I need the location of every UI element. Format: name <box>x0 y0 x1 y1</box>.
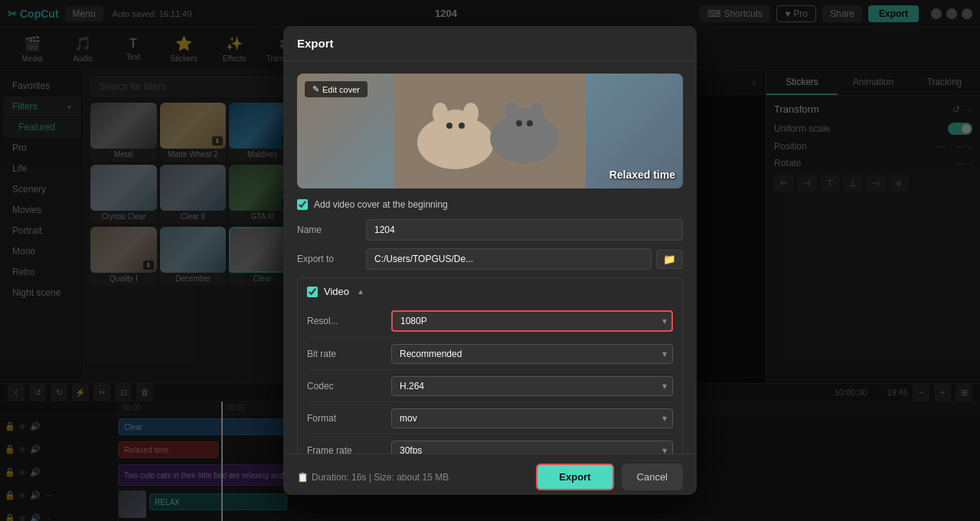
bitrate-label: Bit rate <box>307 349 391 359</box>
modal-body: ✎ Edit cover Relaxed time Add video cove… <box>283 61 697 454</box>
svg-point-9 <box>505 103 519 121</box>
export-path-input[interactable] <box>366 248 652 270</box>
framerate-select-wrapper: 30fps 24fps 60fps <box>391 441 673 454</box>
modal-title: Export <box>297 37 334 50</box>
bitrate-select-wrapper: Recommended Low High <box>391 344 673 364</box>
svg-point-11 <box>516 120 522 126</box>
svg-point-12 <box>527 120 533 126</box>
format-select-wrapper: mov mp4 <box>391 408 673 428</box>
add-cover-row: Add video cover at the beginning <box>297 199 683 210</box>
video-settings-grid: Resol... 1080P 720P 4K Bit rate <box>307 305 673 454</box>
format-label: Format <box>307 413 391 424</box>
name-row: Name <box>297 219 683 241</box>
edit-icon: ✎ <box>312 84 319 94</box>
format-select[interactable]: mov mp4 <box>391 408 673 428</box>
cats-preview-svg <box>394 74 586 188</box>
export-modal-button[interactable]: Export <box>536 464 613 490</box>
bitrate-row: Bit rate Recommended Low High <box>307 339 673 370</box>
name-input[interactable] <box>366 219 683 241</box>
preview-section: ✎ Edit cover Relaxed time <box>297 74 683 188</box>
export-modal: Export <box>283 26 697 495</box>
framerate-select[interactable]: 30fps 24fps 60fps <box>391 441 673 454</box>
footer-buttons: Export Cancel <box>536 464 683 490</box>
svg-point-10 <box>530 103 544 121</box>
browse-folder-button[interactable]: 📁 <box>656 250 683 269</box>
add-cover-label: Add video cover at the beginning <box>314 199 448 210</box>
name-label: Name <box>297 224 366 235</box>
video-section-arrow: ▲ <box>357 287 364 296</box>
export-to-label: Export to <box>297 254 366 264</box>
edit-cover-button[interactable]: ✎ Edit cover <box>305 81 368 97</box>
modal-overlay: Export <box>0 0 980 521</box>
video-section: Video ▲ Resol... 1080P 720P 4K <box>297 277 683 454</box>
framerate-label: Frame rate <box>307 445 391 454</box>
svg-point-3 <box>433 103 448 124</box>
codec-select[interactable]: H.264 H.265 <box>391 376 673 396</box>
framerate-row: Frame rate 30fps 24fps 60fps <box>307 435 673 454</box>
add-cover-checkbox[interactable] <box>297 199 308 210</box>
export-to-row: Export to 📁 <box>297 248 683 270</box>
resolution-label: Resol... <box>307 316 391 326</box>
video-section-header: Video ▲ <box>307 286 673 297</box>
preview-label: Relaxed time <box>609 169 675 181</box>
edit-cover-label: Edit cover <box>322 85 360 94</box>
codec-row: Codec H.264 H.265 <box>307 371 673 402</box>
modal-footer: 📋 Duration: 16s | Size: about 15 MB Expo… <box>283 454 697 495</box>
cancel-modal-button[interactable]: Cancel <box>622 464 683 490</box>
codec-select-wrapper: H.264 H.265 <box>391 376 673 396</box>
video-section-label: Video <box>324 286 349 297</box>
svg-point-5 <box>446 123 452 129</box>
resolution-select[interactable]: 1080P 720P 4K <box>391 310 673 332</box>
format-row: Format mov mp4 <box>307 403 673 434</box>
resolution-select-wrapper: 1080P 720P 4K <box>391 310 673 332</box>
duration-info: 📋 Duration: 16s | Size: about 15 MB <box>297 472 449 483</box>
resolution-row: Resol... 1080P 720P 4K <box>307 305 673 338</box>
video-enabled-checkbox[interactable] <box>307 287 318 297</box>
duration-icon: 📋 <box>297 472 309 483</box>
svg-point-6 <box>459 123 465 129</box>
duration-text: Duration: 16s | Size: about 15 MB <box>312 472 449 483</box>
bitrate-select[interactable]: Recommended Low High <box>391 344 673 364</box>
modal-header: Export <box>283 26 697 61</box>
codec-label: Codec <box>307 381 391 392</box>
svg-point-4 <box>463 103 479 124</box>
